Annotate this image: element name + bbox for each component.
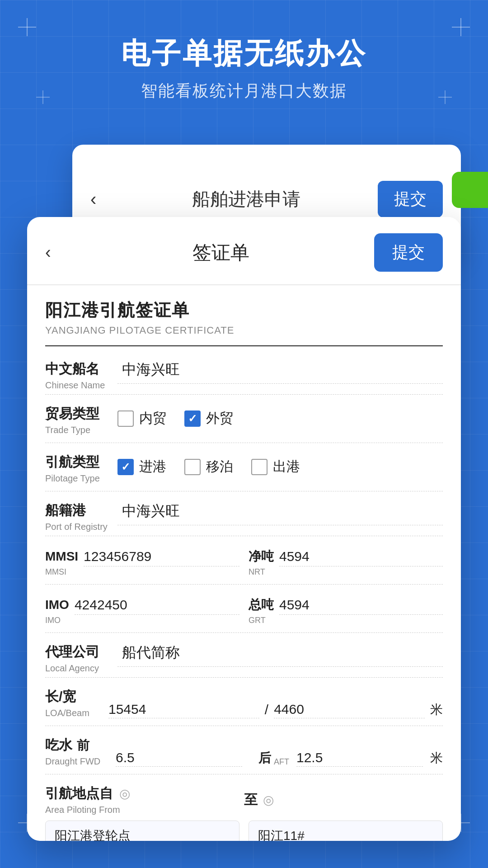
corner-cross-tr: [452, 18, 470, 36]
pilotage-type-option-yibo[interactable]: 移泊: [184, 458, 233, 476]
port-registry-label-cn: 船籍港: [45, 501, 117, 520]
front-back-button[interactable]: ‹: [45, 243, 68, 262]
chinese-name-label-cn: 中文船名: [45, 360, 117, 378]
green-peek-button[interactable]: [452, 172, 488, 208]
loa-label-cn: 长/宽: [45, 688, 108, 706]
imo-label-en: IMO: [45, 616, 239, 625]
draught-row: 吃水 前 Draught FWD 6.5 后 AFT 12.5 米: [45, 726, 443, 774]
grt-label-cn: 总吨: [249, 596, 274, 613]
pilotage-type-label-en: Pilotage Type: [45, 473, 117, 484]
pilotage-type-label-cn: 引航类型: [45, 453, 117, 472]
trade-type-label-waimao: 外贸: [206, 409, 233, 428]
corner-cross-tl: [18, 18, 36, 36]
form-title-cn: 阳江港引航签证单: [45, 299, 443, 322]
trade-type-label-neimao: 内贸: [139, 409, 166, 428]
local-agency-row: 代理公司 Local Agency 船代简称: [45, 633, 443, 678]
pilotage-from-location-icon: ◎: [117, 787, 132, 801]
draught-aft-value: 12.5: [296, 750, 423, 767]
chinese-name-label-en: Chinese Name: [45, 380, 117, 391]
port-registry-label-en: Port of Registry: [45, 522, 117, 532]
grt-col: 总吨 4594 GRT: [249, 594, 443, 625]
trade-type-checkbox-waimao[interactable]: [184, 410, 201, 427]
pilotage-label-jingang: 进港: [139, 458, 166, 476]
trade-type-label-cn: 贸易类型: [45, 405, 117, 423]
front-card-title: 签证单: [68, 240, 374, 265]
trade-type-label-en: Trade Type: [45, 425, 117, 435]
pilotage-area-row: 引航地点自 ◎ Area Piloting From 至 ◎ 阳江港登轮点 阳江…: [45, 774, 443, 841]
local-agency-label-cn: 代理公司: [45, 643, 117, 661]
pilotage-to-location-icon: ◎: [261, 793, 276, 807]
loa-separator: /: [265, 702, 268, 717]
pilotage-type-options: 进港 移泊 出港: [117, 458, 300, 476]
back-card-title: 船舶进港申请: [114, 187, 378, 212]
pilotage-type-option-chugang[interactable]: 出港: [251, 458, 300, 476]
local-agency-label-en: Local Agency: [45, 663, 117, 674]
form-title-en: YANGJIANG PILOTAGE CERTIFICATE: [45, 325, 443, 336]
nrt-label-cn: 净吨: [249, 548, 274, 565]
loa-value: 15454: [108, 702, 259, 718]
imo-label-cn: IMO: [45, 598, 69, 612]
chinese-name-row: 中文船名 Chinese Name 中海兴旺: [45, 350, 443, 395]
back-card-submit-button[interactable]: 提交: [378, 181, 443, 217]
trade-type-options: 内贸 外贸: [117, 409, 233, 428]
nrt-col: 净吨 4594 NRT: [249, 546, 443, 577]
mmsi-label-cn: MMSI: [45, 549, 78, 564]
local-agency-value: 船代简称: [122, 643, 443, 663]
imo-grt-row: IMO 4242450 IMO 总吨 4594 GRT: [45, 585, 443, 633]
front-submit-button[interactable]: 提交: [374, 233, 443, 272]
loa-unit: 米: [430, 701, 443, 718]
trade-type-option-neimao[interactable]: 内贸: [117, 409, 166, 428]
draught-fwd-label: 前: [77, 737, 89, 754]
mmsi-value: 123456789: [84, 549, 239, 566]
form-content: 阳江港引航签证单 YANGJIANG PILOTAGE CERTIFICATE …: [27, 285, 461, 841]
draught-aft-label: 后: [258, 750, 271, 767]
draught-label-cn: 吃水: [45, 736, 72, 755]
pilotage-type-option-jingang[interactable]: 进港: [117, 458, 166, 476]
front-card-header: ‹ 签证单 提交: [27, 217, 461, 285]
mmsi-nrt-row: MMSI 123456789 MMSI 净吨 4594 NRT: [45, 536, 443, 585]
pilotage-area-label-en: Area Piloting From: [45, 805, 244, 815]
grt-label-en: GRT: [249, 616, 443, 625]
nrt-value: 4594: [279, 549, 443, 566]
mmsi-col: MMSI 123456789 MMSI: [45, 546, 239, 577]
grt-value: 4594: [279, 597, 443, 615]
nrt-label-en: NRT: [249, 567, 443, 577]
pilotage-to-value: 阳江11#: [249, 821, 443, 841]
beam-value: 4460: [274, 702, 425, 718]
pilotage-to-label: 至: [244, 791, 258, 809]
imo-col: IMO 4242450 IMO: [45, 594, 239, 625]
pilotage-checkbox-chugang[interactable]: [251, 459, 267, 475]
header-subtitle: 智能看板统计月港口大数据: [27, 80, 461, 102]
back-card-back-button[interactable]: ‹: [90, 189, 96, 209]
draught-fwd-value: 6.5: [116, 750, 242, 767]
pilotage-label-chugang: 出港: [273, 458, 300, 476]
chinese-name-value: 中海兴旺: [122, 360, 443, 380]
trade-type-checkbox-neimao[interactable]: [117, 410, 134, 427]
loa-label-en: LOA/Beam: [45, 708, 108, 718]
port-registry-row: 船籍港 Port of Registry 中海兴旺: [45, 491, 443, 536]
loa-beam-row: 长/宽 LOA/Beam 15454 / 4460 米: [45, 678, 443, 726]
pilotage-checkbox-yibo[interactable]: [184, 459, 201, 475]
imo-value: 4242450: [75, 597, 239, 615]
pilotage-label-yibo: 移泊: [206, 458, 233, 476]
form-title-block: 阳江港引航签证单 YANGJIANG PILOTAGE CERTIFICATE: [45, 285, 443, 346]
pilotage-from-value: 阳江港登轮点: [45, 821, 239, 841]
mmsi-label-en: MMSI: [45, 567, 239, 577]
trade-type-row: 贸易类型 Trade Type 内贸 外贸: [45, 395, 443, 443]
header-area: 电子单据无纸办公 智能看板统计月港口大数据: [0, 36, 488, 102]
draught-aft-label-en: AFT: [274, 757, 289, 767]
trade-type-option-waimao[interactable]: 外贸: [184, 409, 233, 428]
header-title: 电子单据无纸办公: [27, 36, 461, 71]
pilotage-area-label-cn: 引航地点自: [45, 784, 113, 803]
draught-label-en: Draught FWD: [45, 756, 108, 767]
draught-unit: 米: [430, 750, 443, 767]
front-card: ‹ 签证单 提交 阳江港引航签证单 YANGJIANG PILOTAGE CER…: [27, 217, 461, 841]
pilotage-checkbox-jingang[interactable]: [117, 459, 134, 475]
port-registry-value: 中海兴旺: [122, 501, 443, 521]
pilotage-type-row: 引航类型 Pilotage Type 进港 移泊 出港: [45, 443, 443, 491]
